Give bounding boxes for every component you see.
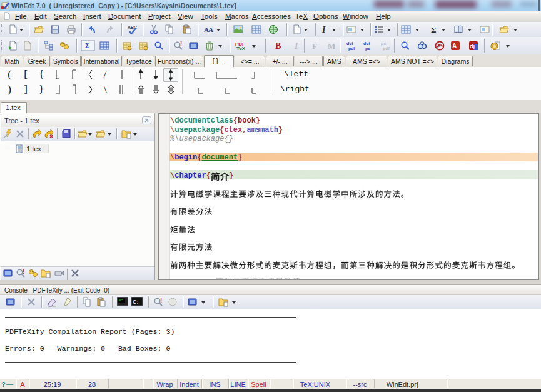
svg-text:C:: C: [133, 299, 139, 305]
svg-text:TeX: TeX [236, 46, 246, 51]
svg-text:ps: ps [381, 41, 386, 46]
svg-text:dvi: dvi [346, 41, 353, 46]
svg-text:ps: ps [365, 46, 370, 51]
svg-text:F: F [312, 41, 317, 51]
svg-text:dj: dj [470, 43, 475, 49]
svg-text:!: ! [180, 41, 182, 48]
svg-text:Σ: Σ [85, 41, 89, 50]
svg-text:A: A [208, 26, 213, 33]
svg-text:!: ! [23, 268, 24, 275]
svg-text:pdf: pdf [348, 46, 356, 51]
svg-text:!: ! [160, 297, 162, 304]
svg-text:I: I [321, 25, 326, 34]
svg-text:M: M [328, 41, 335, 51]
svg-text:I: I [294, 41, 298, 51]
svg-text:pdf: pdf [383, 46, 390, 51]
svg-text:dvi: dvi [363, 41, 370, 46]
svg-text:Σ: Σ [431, 25, 437, 34]
svg-text:A: A [452, 43, 457, 49]
svg-text:B: B [275, 41, 281, 51]
